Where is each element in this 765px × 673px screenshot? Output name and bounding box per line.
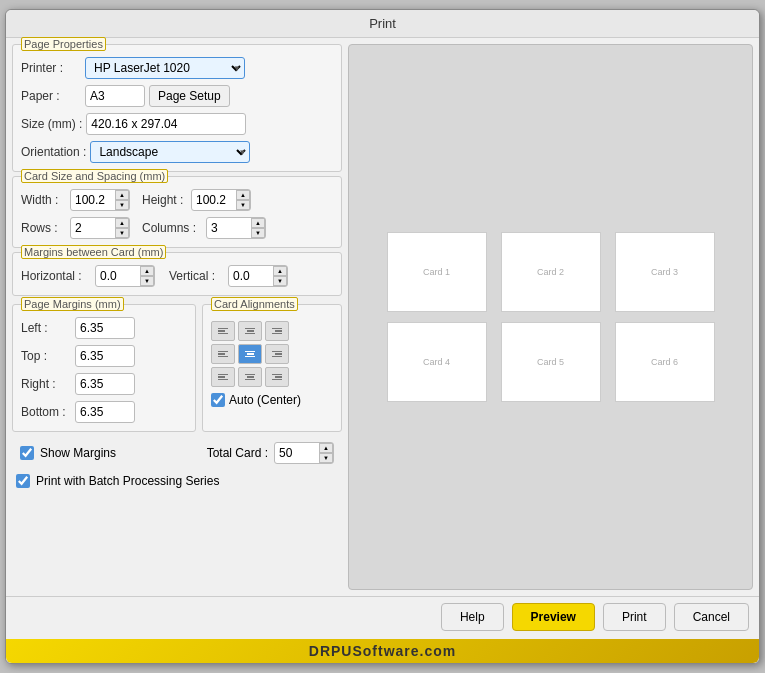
right-label: Right : [21,377,71,391]
show-margins-row: Show Margins [20,446,116,460]
paper-row: Paper : Page Setup [21,85,333,107]
align-mid-left-btn[interactable] [211,344,235,364]
dialog-body: Page Properties Printer : HP LaserJet 10… [6,38,759,596]
top-input[interactable] [75,345,135,367]
top-label: Top : [21,349,71,363]
width-down-btn[interactable]: ▼ [115,200,129,210]
card-alignments-section: Card Alignments [202,304,342,432]
dialog-footer: Help Preview Print Cancel [6,596,759,639]
rows-spin: ▲ ▼ [70,217,130,239]
align-top-center-btn[interactable] [238,321,262,341]
horizontal-spin: ▲ ▼ [95,265,155,287]
auto-center-label: Auto (Center) [229,393,301,407]
total-card-down-btn[interactable]: ▼ [319,453,333,463]
auto-center-row: Auto (Center) [211,393,333,407]
bottom-section: Page Margins (mm) Left : Top : Right : [12,304,342,432]
left-label: Left : [21,321,71,335]
right-input[interactable] [75,373,135,395]
left-row: Left : [21,317,187,339]
show-margins-checkbox[interactable] [20,446,34,460]
left-input[interactable] [75,317,135,339]
rows-down-btn[interactable]: ▼ [115,228,129,238]
align-top-right-btn[interactable] [265,321,289,341]
vertical-label: Vertical : [169,269,224,283]
printer-select-wrapper: HP LaserJet 1020 [85,57,245,79]
page-properties-label: Page Properties [21,37,106,51]
card-size-section: Card Size and Spacing (mm) Width : ▲ ▼ H… [12,176,342,248]
dialog-title: Print [6,10,759,38]
align-mid-right-btn[interactable] [265,344,289,364]
paper-input[interactable] [85,85,145,107]
margins-between-section: Margins between Card (mm) Horizontal : ▲… [12,252,342,296]
rows-up-btn[interactable]: ▲ [115,218,129,228]
vert-up-btn[interactable]: ▲ [273,266,287,276]
preview-grid: Card 1 Card 2 Card 3 Card 4 Card 5 [387,232,715,402]
card-alignments-label: Card Alignments [211,297,298,311]
orientation-label: Orientation : [21,145,86,159]
show-margins-label: Show Margins [40,446,116,460]
preview-card-2: Card 2 [501,232,601,312]
print-button[interactable]: Print [603,603,666,631]
preview-card-3: Card 3 [615,232,715,312]
align-top-left-btn[interactable] [211,321,235,341]
page-margins-label: Page Margins (mm) [21,297,124,311]
printer-label: Printer : [21,61,81,75]
bottom-row: Bottom : [21,401,187,423]
height-up-btn[interactable]: ▲ [236,190,250,200]
preview-card-6: Card 6 [615,322,715,402]
preview-button[interactable]: Preview [512,603,595,631]
top-row: Top : [21,345,187,367]
rows-label: Rows : [21,221,66,235]
orientation-select-wrapper: Landscape [90,141,250,163]
height-down-btn[interactable]: ▼ [236,200,250,210]
printer-select[interactable]: HP LaserJet 1020 [85,57,245,79]
orientation-select[interactable]: Landscape [90,141,250,163]
branding-bar: DRPUSoftware.com [6,639,759,663]
batch-processing-label: Print with Batch Processing Series [36,474,219,488]
height-label: Height : [142,193,187,207]
paper-label: Paper : [21,89,81,103]
columns-spin: ▲ ▼ [206,217,266,239]
width-spin: ▲ ▼ [70,189,130,211]
align-mid-center-btn[interactable] [238,344,262,364]
horiz-up-btn[interactable]: ▲ [140,266,154,276]
horizontal-label: Horizontal : [21,269,91,283]
vertical-spin: ▲ ▼ [228,265,288,287]
vert-down-btn[interactable]: ▼ [273,276,287,286]
orientation-row: Orientation : Landscape [21,141,333,163]
bottom-input[interactable] [75,401,135,423]
columns-down-btn[interactable]: ▼ [251,228,265,238]
columns-label: Columns : [142,221,202,235]
width-height-row: Width : ▲ ▼ Height : ▲ ▼ [21,189,333,211]
preview-row-2: Card 4 Card 5 Card 6 [387,322,715,402]
printer-row: Printer : HP LaserJet 1020 [21,57,333,79]
total-card-label: Total Card : [207,446,268,460]
preview-row-1: Card 1 Card 2 Card 3 [387,232,715,312]
help-button[interactable]: Help [441,603,504,631]
page-setup-button[interactable]: Page Setup [149,85,230,107]
auto-center-checkbox[interactable] [211,393,225,407]
page-properties-section: Page Properties Printer : HP LaserJet 10… [12,44,342,172]
cancel-button[interactable]: Cancel [674,603,749,631]
align-bot-right-btn[interactable] [265,367,289,387]
bottom-label: Bottom : [21,405,71,419]
total-card-section: Total Card : ▲ ▼ [207,442,334,464]
preview-card-1: Card 1 [387,232,487,312]
height-spin: ▲ ▼ [191,189,251,211]
preview-card-4: Card 4 [387,322,487,402]
total-card-spin: ▲ ▼ [274,442,334,464]
batch-processing-checkbox[interactable] [16,474,30,488]
size-input [86,113,246,135]
width-label: Width : [21,193,66,207]
print-dialog: Print Page Properties Printer : HP Laser… [5,9,760,664]
columns-up-btn[interactable]: ▲ [251,218,265,228]
align-bot-center-btn[interactable] [238,367,262,387]
margins-between-label: Margins between Card (mm) [21,245,166,259]
total-card-up-btn[interactable]: ▲ [319,443,333,453]
preview-panel: Card 1 Card 2 Card 3 Card 4 Card 5 [348,44,753,590]
horiz-vert-row: Horizontal : ▲ ▼ Vertical : ▲ ▼ [21,265,333,287]
preview-card-5: Card 5 [501,322,601,402]
horiz-down-btn[interactable]: ▼ [140,276,154,286]
width-up-btn[interactable]: ▲ [115,190,129,200]
align-bot-left-btn[interactable] [211,367,235,387]
